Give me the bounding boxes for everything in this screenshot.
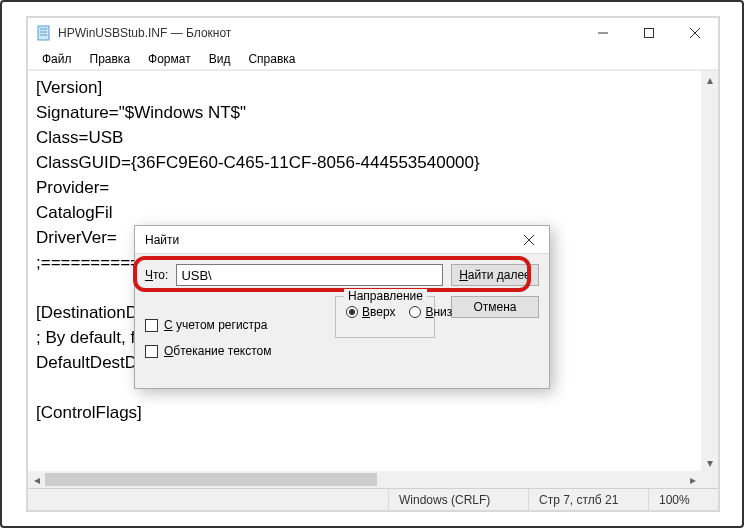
checkbox-icon xyxy=(145,319,158,332)
editor-area: [Version] Signature="$Windows NT$" Class… xyxy=(28,70,718,488)
horizontal-scrollbar[interactable]: ◂ ▸ xyxy=(28,471,701,488)
radio-up[interactable]: Вверх xyxy=(346,305,395,319)
radio-icon xyxy=(409,306,421,318)
find-dialog-titlebar: Найти xyxy=(135,226,549,254)
find-what-label: Что: xyxy=(145,268,168,282)
titlebar: HPWinUSBStub.INF — Блокнот xyxy=(28,18,718,48)
menubar: Файл Правка Формат Вид Справка xyxy=(28,48,718,70)
minimize-button[interactable] xyxy=(580,18,626,48)
menu-edit[interactable]: Правка xyxy=(82,50,139,68)
notepad-window: HPWinUSBStub.INF — Блокнот Файл Правка Ф… xyxy=(26,16,720,512)
vscroll-track[interactable] xyxy=(701,88,718,454)
scroll-up-icon[interactable]: ▴ xyxy=(701,71,718,88)
notepad-icon xyxy=(36,25,52,41)
scroll-left-icon[interactable]: ◂ xyxy=(28,471,45,488)
menu-file[interactable]: Файл xyxy=(34,50,80,68)
status-encoding: Windows (CRLF) xyxy=(388,489,528,510)
close-icon xyxy=(524,235,534,245)
status-position: Стр 7, стлб 21 xyxy=(528,489,648,510)
find-dialog: Найти Что: Найти далее Отмена Направлени… xyxy=(134,225,550,389)
scroll-down-icon[interactable]: ▾ xyxy=(701,454,718,471)
menu-help[interactable]: Справка xyxy=(240,50,303,68)
radio-icon xyxy=(346,306,358,318)
cancel-button[interactable]: Отмена xyxy=(451,296,539,318)
hscroll-thumb[interactable] xyxy=(45,473,377,486)
find-input[interactable] xyxy=(176,264,443,286)
find-row: Что: Найти далее xyxy=(145,264,539,286)
window-buttons xyxy=(580,18,718,48)
radio-down[interactable]: Вниз xyxy=(409,305,452,319)
wrap-around-checkbox[interactable]: Обтекание текстом xyxy=(145,344,271,358)
direction-label: Направление xyxy=(344,289,427,303)
vertical-scrollbar[interactable]: ▴ ▾ xyxy=(701,71,718,471)
svg-rect-5 xyxy=(645,29,654,38)
find-dialog-body: Что: Найти далее Отмена Направление Ввер… xyxy=(135,254,549,388)
find-close-button[interactable] xyxy=(509,226,549,254)
menu-format[interactable]: Формат xyxy=(140,50,199,68)
statusbar: Windows (CRLF) Стр 7, стлб 21 100% xyxy=(28,488,718,510)
svg-rect-0 xyxy=(38,26,49,40)
scroll-right-icon[interactable]: ▸ xyxy=(684,471,701,488)
match-case-checkbox[interactable]: С учетом регистра xyxy=(145,318,271,332)
direction-group: Направление Вверх Вниз xyxy=(335,296,435,338)
hscroll-track[interactable] xyxy=(45,471,684,488)
checkbox-icon xyxy=(145,345,158,358)
scroll-corner xyxy=(701,471,718,488)
window-title: HPWinUSBStub.INF — Блокнот xyxy=(58,26,231,40)
status-zoom: 100% xyxy=(648,489,718,510)
find-dialog-title: Найти xyxy=(145,233,179,247)
find-next-button[interactable]: Найти далее xyxy=(451,264,539,286)
maximize-button[interactable] xyxy=(626,18,672,48)
close-button[interactable] xyxy=(672,18,718,48)
menu-view[interactable]: Вид xyxy=(201,50,239,68)
